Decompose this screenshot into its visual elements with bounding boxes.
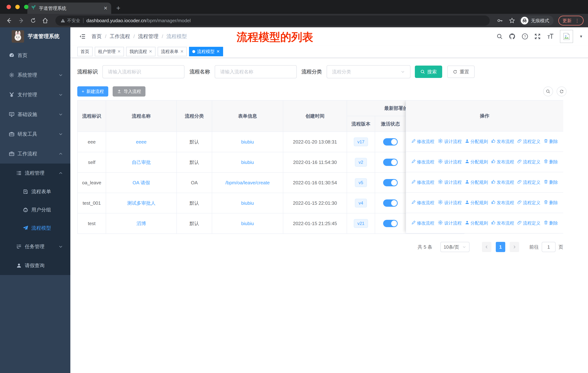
goto-page-input[interactable]: [542, 242, 556, 252]
active-toggle[interactable]: [383, 200, 398, 207]
sidebar-item-task-management[interactable]: 任务管理: [0, 237, 70, 256]
browser-tab[interactable]: 芋道管理系统 ✕: [27, 2, 111, 14]
publish-process-button[interactable]: 发布流程: [491, 220, 514, 226]
page-size-select[interactable]: 10条/页: [440, 242, 470, 252]
update-button[interactable]: 更新 ⋮: [558, 16, 584, 26]
toggle-search-button[interactable]: [543, 87, 553, 96]
reset-button[interactable]: 重置: [447, 66, 475, 78]
filter-id-input[interactable]: [102, 65, 184, 78]
key-icon[interactable]: [495, 16, 505, 25]
design-process-button[interactable]: 设计流程: [438, 179, 462, 186]
home-icon[interactable]: [41, 16, 50, 25]
not-secure-warning-icon[interactable]: 不安全: [61, 18, 80, 23]
delete-button[interactable]: 删除: [544, 220, 558, 226]
edit-process-button[interactable]: 修改流程: [411, 179, 434, 185]
tag-流程表单[interactable]: 流程表单✕: [158, 47, 187, 56]
fullscreen-icon[interactable]: [535, 33, 541, 40]
process-name-link[interactable]: 自己审批: [132, 160, 151, 165]
sidebar-logo-row[interactable]: 芋道管理系统: [0, 27, 70, 46]
delete-button[interactable]: 删除: [544, 200, 558, 206]
publish-process-button[interactable]: 发布流程: [491, 139, 514, 144]
minimize-window-button[interactable]: [15, 5, 20, 9]
tag-close-icon[interactable]: ✕: [117, 49, 121, 54]
sidebar-item-infrastructure[interactable]: 基础设施: [0, 105, 70, 124]
delete-button[interactable]: 删除: [544, 139, 558, 144]
design-process-button[interactable]: 设计流程: [438, 220, 462, 226]
sidebar-item-dev-tools[interactable]: 研发工具: [0, 124, 70, 144]
collapse-sidebar-icon[interactable]: [79, 33, 86, 40]
search-icon[interactable]: [496, 33, 503, 40]
tag-我的流程[interactable]: 我的流程✕: [126, 47, 155, 56]
delete-button[interactable]: 删除: [544, 159, 558, 165]
active-toggle[interactable]: [383, 138, 398, 146]
publish-process-button[interactable]: 发布流程: [491, 200, 514, 206]
edit-process-button[interactable]: 修改流程: [411, 200, 434, 206]
sidebar-item-process-management[interactable]: 流程管理: [0, 163, 70, 182]
active-toggle[interactable]: [383, 179, 398, 186]
assign-rule-button[interactable]: 分配规则: [465, 220, 488, 226]
create-process-button[interactable]: +新建流程: [77, 86, 108, 97]
next-page-button[interactable]: [510, 242, 519, 252]
active-toggle[interactable]: [383, 159, 398, 166]
assign-rule-button[interactable]: 分配规则: [465, 179, 488, 185]
assign-rule-button[interactable]: 分配规则: [465, 139, 488, 144]
edit-process-button[interactable]: 修改流程: [411, 159, 434, 165]
url-bar[interactable]: 不安全 dashboard.yudao.iocoder.cn/bpm/manag…: [55, 15, 490, 26]
process-definition-button[interactable]: 流程定义: [517, 159, 540, 165]
filter-category-select[interactable]: 流程分类: [327, 65, 410, 78]
sidebar-item-payment-management[interactable]: 支付管理: [0, 85, 70, 105]
current-page-button[interactable]: 1: [496, 242, 505, 252]
publish-process-button[interactable]: 发布流程: [491, 179, 514, 185]
search-button[interactable]: 搜索: [415, 66, 442, 78]
process-name-link[interactable]: 测试多审批人: [127, 200, 156, 206]
process-name-link[interactable]: 滔博: [136, 221, 146, 226]
traffic-lights[interactable]: [7, 5, 28, 9]
delete-button[interactable]: 删除: [544, 179, 558, 185]
design-process-button[interactable]: 设计流程: [438, 200, 462, 206]
import-process-button[interactable]: 导入流程: [113, 86, 146, 97]
breadcrumb-home[interactable]: 首页: [92, 33, 102, 40]
zoom-window-button[interactable]: [24, 5, 28, 9]
sidebar-item-home[interactable]: 首页: [0, 46, 70, 65]
tag-close-icon[interactable]: ✕: [149, 49, 152, 54]
filter-name-input[interactable]: [215, 65, 297, 78]
sidebar-item-process-model[interactable]: 流程模型: [0, 219, 70, 237]
edit-process-button[interactable]: 修改流程: [411, 220, 434, 226]
forward-icon[interactable]: [16, 16, 26, 25]
process-definition-button[interactable]: 流程定义: [517, 220, 540, 226]
tag-close-icon[interactable]: ✕: [180, 49, 184, 54]
edit-process-button[interactable]: 修改流程: [411, 139, 434, 144]
breadcrumb-workflow[interactable]: 工作流程: [110, 33, 130, 40]
refresh-button[interactable]: [557, 87, 567, 96]
process-definition-button[interactable]: 流程定义: [517, 179, 540, 185]
tab-close-icon[interactable]: ✕: [104, 5, 107, 11]
form-info-link[interactable]: biubiu: [241, 139, 254, 145]
user-avatar[interactable]: [560, 30, 573, 43]
design-process-button[interactable]: 设计流程: [438, 159, 462, 165]
process-definition-button[interactable]: 流程定义: [517, 139, 540, 144]
browser-menu-icon[interactable]: ⋮: [575, 18, 579, 23]
form-info-link[interactable]: biubiu: [241, 200, 254, 206]
process-name-link[interactable]: OA 请假: [133, 180, 150, 185]
sidebar-item-user-group[interactable]: 用户分组: [0, 201, 70, 219]
publish-process-button[interactable]: 发布流程: [491, 159, 514, 165]
prev-page-button[interactable]: [482, 242, 491, 252]
process-name-link[interactable]: eeee: [136, 139, 147, 145]
form-info-link[interactable]: biubiu: [241, 160, 254, 165]
new-tab-button[interactable]: +: [116, 4, 120, 14]
assign-rule-button[interactable]: 分配规则: [465, 200, 488, 206]
close-window-button[interactable]: [7, 5, 11, 9]
github-icon[interactable]: [509, 33, 515, 40]
bookmark-star-icon[interactable]: [507, 16, 517, 25]
reload-icon[interactable]: [28, 16, 38, 25]
sidebar-item-leave-query[interactable]: 请假查询: [0, 256, 70, 275]
form-info-link[interactable]: /bpm/oa/leave/create: [225, 180, 270, 185]
form-info-link[interactable]: biubiu: [241, 221, 254, 226]
back-icon[interactable]: [4, 16, 14, 25]
tag-流程模型[interactable]: 流程模型✕: [189, 47, 223, 56]
font-size-icon[interactable]: [547, 33, 554, 40]
tag-租户管理[interactable]: 租户管理✕: [95, 47, 124, 56]
tag-首页[interactable]: 首页: [77, 47, 93, 56]
sidebar-item-system-management[interactable]: 系统管理: [0, 65, 70, 85]
active-toggle[interactable]: [383, 220, 398, 227]
